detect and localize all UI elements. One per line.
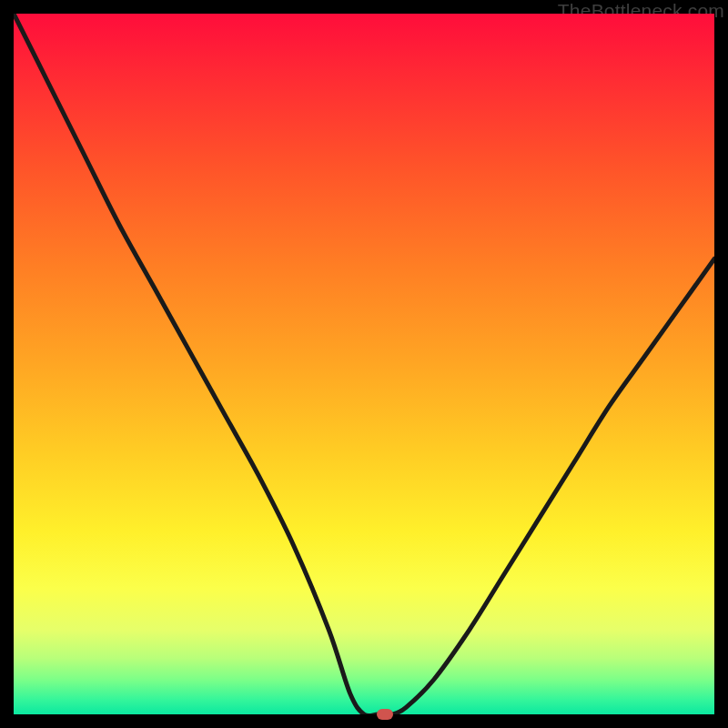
chart-frame: TheBottleneck.com [0, 0, 728, 728]
curve-svg [14, 14, 714, 714]
bottleneck-curve [14, 14, 714, 714]
plot-area [14, 14, 714, 714]
optimum-marker [377, 709, 393, 720]
